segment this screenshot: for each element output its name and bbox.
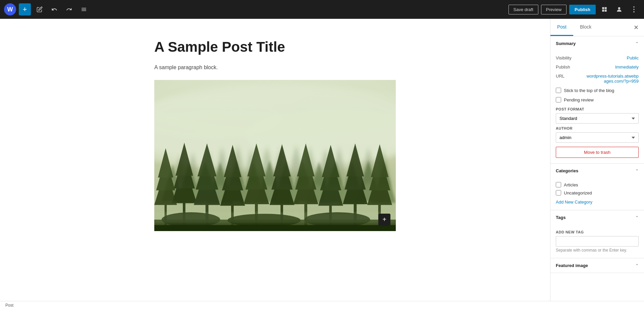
save-draft-button[interactable]: Save draft (508, 5, 538, 14)
author-label: AUTHOR (556, 126, 639, 130)
featured-image-section: Featured image ⌃ (550, 258, 644, 273)
tags-chevron: ⌃ (635, 215, 639, 220)
stick-to-top-label: Stick to the top of the blog (564, 88, 614, 93)
paragraph-block[interactable]: A sample paragraph block. (154, 63, 396, 72)
add-block-button[interactable]: + (19, 3, 31, 15)
url-label: URL (556, 74, 565, 79)
featured-image-chevron: ⌃ (635, 263, 639, 268)
svg-rect-1 (605, 7, 607, 9)
categories-section-header[interactable]: Categories ⌃ (550, 164, 644, 178)
add-icon: + (382, 216, 386, 223)
svg-point-6 (633, 9, 635, 10)
visibility-row: Visibility Public (556, 53, 639, 62)
publish-row: Publish Immediately (556, 62, 639, 72)
svg-point-7 (633, 11, 635, 12)
summary-section-header[interactable]: Summary ⌃ (550, 36, 644, 51)
category-articles-row: Articles (556, 181, 639, 189)
status-bar-label: Post (5, 303, 13, 308)
edit-tools-button[interactable] (34, 3, 46, 15)
pending-review-label: Pending review (564, 97, 594, 102)
publish-value[interactable]: Immediately (615, 64, 639, 70)
main-layout: A Sample Post Title A sample paragraph b… (0, 19, 644, 301)
topbar: W + Save draft Preview Publish (0, 0, 644, 19)
featured-image-section-header[interactable]: Featured image ⌃ (550, 258, 644, 273)
pending-review-row: Pending review (556, 95, 639, 104)
category-articles-label: Articles (564, 182, 578, 187)
category-uncategorized-row: Uncategorized (556, 189, 639, 197)
settings-button[interactable] (598, 3, 610, 15)
sidebar: Post Block ✕ Summary ⌃ Visibility Public… (550, 19, 644, 301)
topbar-actions: Save draft Preview Publish (508, 3, 640, 15)
image-block: + (154, 80, 396, 231)
svg-point-4 (618, 7, 621, 9)
svg-rect-0 (602, 7, 604, 9)
visibility-value[interactable]: Public (627, 55, 639, 60)
tags-title: Tags (556, 215, 566, 220)
publish-label: Publish (556, 64, 570, 70)
category-uncategorized-label: Uncategorized (564, 190, 592, 195)
tags-section: Tags ⌃ ADD NEW TAG Separate with commas … (550, 210, 644, 258)
stick-to-top-row: Stick to the top of the blog (556, 86, 639, 95)
svg-point-5 (633, 6, 635, 8)
tag-input[interactable] (556, 236, 639, 247)
wp-logo: W (4, 3, 16, 15)
move-to-trash-button[interactable]: Move to trash (556, 147, 639, 158)
editor-area: A Sample Post Title A sample paragraph b… (0, 19, 550, 301)
category-articles-checkbox[interactable] (556, 182, 561, 187)
add-block-bottom-button[interactable]: + (378, 214, 390, 226)
svg-rect-86 (154, 212, 396, 223)
document-overview-button[interactable] (78, 3, 90, 15)
status-bar: Post (0, 301, 644, 309)
url-value[interactable]: wordpress-tutorials.atwebpages.com/?p=95… (585, 74, 639, 84)
author-select[interactable]: admin (556, 132, 639, 143)
editor-content: A Sample Post Title A sample paragraph b… (154, 39, 396, 238)
forest-image (154, 80, 396, 231)
summary-body: Visibility Public Publish Immediately UR… (550, 51, 644, 163)
url-row: URL wordpress-tutorials.atwebpages.com/?… (556, 72, 639, 86)
svg-rect-85 (154, 225, 396, 231)
categories-body: Articles Uncategorized Add New Category (550, 178, 644, 210)
svg-rect-3 (605, 10, 607, 12)
tags-section-header[interactable]: Tags ⌃ (550, 210, 644, 225)
redo-button[interactable] (63, 3, 75, 15)
close-sidebar-button[interactable]: ✕ (631, 22, 641, 33)
category-uncategorized-checkbox[interactable] (556, 190, 561, 195)
post-title[interactable]: A Sample Post Title (154, 39, 396, 55)
stick-to-top-checkbox[interactable] (556, 88, 561, 93)
user-button[interactable] (613, 3, 625, 15)
publish-button[interactable]: Publish (569, 5, 596, 14)
visibility-label: Visibility (556, 55, 572, 60)
tag-hint: Separate with commas or the Enter key. (556, 248, 639, 253)
preview-button[interactable]: Preview (541, 5, 567, 14)
summary-chevron: ⌃ (635, 41, 639, 46)
post-format-label: POST FORMAT (556, 107, 639, 111)
add-new-tag-label: ADD NEW TAG (556, 230, 639, 234)
more-options-button[interactable] (628, 3, 640, 15)
undo-button[interactable] (48, 3, 60, 15)
categories-chevron: ⌃ (635, 169, 639, 173)
categories-section: Categories ⌃ Articles Uncategorized Add … (550, 164, 644, 210)
tab-block[interactable]: Block (573, 19, 598, 36)
add-new-category-link[interactable]: Add New Category (556, 200, 592, 205)
summary-section: Summary ⌃ Visibility Public Publish Imme… (550, 36, 644, 164)
featured-image-title: Featured image (556, 263, 588, 268)
categories-title: Categories (556, 168, 578, 173)
pending-review-checkbox[interactable] (556, 97, 561, 102)
post-format-select[interactable]: Standard Aside Gallery Link Image Quote … (556, 113, 639, 124)
tab-post[interactable]: Post (550, 19, 573, 36)
tags-body: ADD NEW TAG Separate with commas or the … (550, 225, 644, 258)
sidebar-header: Post Block ✕ (550, 19, 644, 36)
svg-rect-2 (602, 10, 604, 12)
summary-title: Summary (556, 41, 576, 46)
